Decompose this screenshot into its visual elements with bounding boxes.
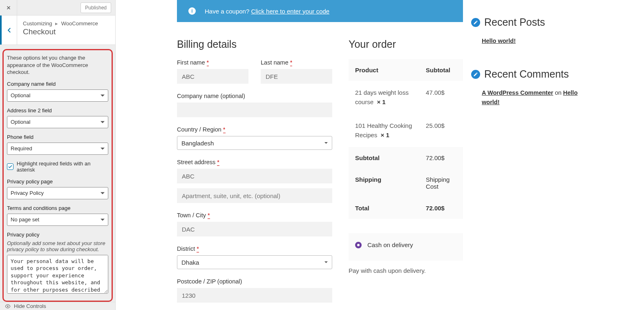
customizer-sidebar: Published Customizing ▸ WooCommerce Chec… <box>0 0 116 310</box>
pencil-icon[interactable] <box>471 18 480 27</box>
order-section: Your order Product Subtotal 21 days w <box>349 38 463 310</box>
panel-description: These options let you change the appeara… <box>7 54 108 76</box>
last-name-label: Last name * <box>261 59 332 66</box>
coupon-prefix: Have a coupon? <box>205 8 251 15</box>
preview-pane: i Have a coupon? Click here to enter you… <box>116 0 644 310</box>
privacy-page-select[interactable]: Privacy Policy <box>7 187 108 199</box>
close-icon <box>6 5 11 11</box>
breadcrumb-text: Customizing ▸ WooCommerce Checkout <box>17 16 115 45</box>
subtotal-value: 72.00$ <box>419 147 463 169</box>
recent-posts-header: Recent Posts <box>471 16 590 28</box>
main-column: i Have a coupon? Click here to enter you… <box>177 0 463 310</box>
highlighted-panel: These options let you change the appeara… <box>2 49 113 302</box>
comment-author-link[interactable]: A WordPress Commenter <box>482 89 553 96</box>
address2-field-select[interactable]: Optional <box>7 116 108 128</box>
coupon-notice: i Have a coupon? Click here to enter you… <box>177 0 463 22</box>
breadcrumb-row: Customizing ▸ WooCommerce Checkout <box>0 16 115 45</box>
breadcrumb-current: Checkout <box>23 27 110 36</box>
street-label: Street address * <box>177 159 332 165</box>
th-product: Product <box>349 59 419 81</box>
terms-page-label: Terms and conditions page <box>7 205 108 211</box>
published-button[interactable]: Published <box>80 2 111 13</box>
billing-heading: Billing details <box>177 38 332 50</box>
order-heading: Your order <box>349 38 463 50</box>
table-row: 101 Healthy Cooking Recipes × 1 25.00$ <box>349 114 463 147</box>
highlight-checkbox[interactable] <box>7 163 13 170</box>
table-row: 21 days weight loss course × 1 47.00$ <box>349 81 463 114</box>
breadcrumb-customizing: Customizing <box>23 20 52 27</box>
recent-comments-list: A WordPress Commenter on Hello world! <box>471 88 590 107</box>
phone-field-label: Phone field <box>7 134 108 140</box>
check-icon <box>8 164 13 169</box>
chevron-left-icon <box>6 27 13 34</box>
first-name-input[interactable] <box>177 69 248 84</box>
recent-posts-list: Hello world! <box>471 36 590 46</box>
breadcrumb-parent: WooCommerce <box>61 20 98 27</box>
privacy-page-label: Privacy policy page <box>7 178 108 185</box>
street-input[interactable] <box>177 169 332 183</box>
billing-section: Billing details First name * Last name * <box>177 38 332 310</box>
phone-field-select[interactable]: Required <box>7 143 108 155</box>
payment-option-label: Cash on delivery <box>367 241 413 248</box>
privacy-policy-hint: Optionally add some text about your stor… <box>7 240 108 252</box>
panel-body: These options let you change the appeara… <box>0 45 115 310</box>
radio-icon <box>355 242 362 248</box>
close-button[interactable] <box>0 0 17 16</box>
payment-description: Pay with cash upon delivery. <box>349 261 463 274</box>
country-label: Country / Region * <box>177 126 332 133</box>
district-select[interactable]: Dhaka <box>177 255 332 269</box>
breadcrumb-sep: ▸ <box>55 20 58 27</box>
comment-on-text: on <box>553 89 563 96</box>
company-field-select[interactable]: Optional <box>7 89 108 102</box>
recent-posts-title: Recent Posts <box>484 16 545 28</box>
th-subtotal: Subtotal <box>419 59 463 81</box>
company-label: Company name (optional) <box>177 93 332 99</box>
eye-off-icon <box>5 303 11 309</box>
shipping-label: Shipping <box>349 169 419 197</box>
hide-controls-label: Hide Controls <box>14 303 46 309</box>
coupon-link[interactable]: Click here to enter your code <box>251 8 329 15</box>
postcode-input[interactable] <box>177 288 332 303</box>
total-value: 72.00$ <box>419 197 463 219</box>
country-select[interactable]: Bangladesh <box>177 136 332 150</box>
company-field-label: Company name field <box>7 81 108 87</box>
address2-field-label: Address line 2 field <box>7 107 108 114</box>
info-icon: i <box>188 7 196 15</box>
hide-controls-button[interactable]: Hide Controls <box>0 302 115 310</box>
sidebar-top-row: Published <box>0 0 115 16</box>
widgets-column: Recent Posts Hello world! Recent Comment… <box>471 0 590 310</box>
total-label: Total <box>349 197 419 219</box>
back-button[interactable] <box>0 16 17 45</box>
svg-point-0 <box>7 306 9 307</box>
first-name-label: First name * <box>177 59 248 66</box>
shipping-value: Shipping Cost <box>419 169 463 197</box>
district-label: District * <box>177 245 332 252</box>
recent-post-link[interactable]: Hello world! <box>482 38 516 44</box>
postcode-label: Postcode / ZIP (optional) <box>177 278 332 285</box>
order-table: Product Subtotal 21 days weight loss cou… <box>349 59 463 219</box>
town-input[interactable] <box>177 222 332 236</box>
recent-comments-title: Recent Comments <box>484 68 569 80</box>
pencil-icon[interactable] <box>471 70 480 79</box>
subtotal-label: Subtotal <box>349 147 419 169</box>
highlight-checkbox-label: Highlight required fields with an asteri… <box>17 161 108 173</box>
payment-box: Cash on delivery <box>349 233 463 261</box>
privacy-policy-label: Privacy policy <box>7 232 108 238</box>
street2-input[interactable] <box>177 188 332 203</box>
company-input[interactable] <box>177 103 332 117</box>
town-label: Town / City * <box>177 212 332 219</box>
terms-page-select[interactable]: No page set <box>7 214 108 226</box>
payment-option[interactable]: Cash on delivery <box>355 241 456 248</box>
highlight-checkbox-row[interactable]: Highlight required fields with an asteri… <box>7 161 108 173</box>
recent-comments-header: Recent Comments <box>471 68 590 80</box>
last-name-input[interactable] <box>261 69 332 84</box>
privacy-policy-textarea[interactable] <box>7 255 108 294</box>
